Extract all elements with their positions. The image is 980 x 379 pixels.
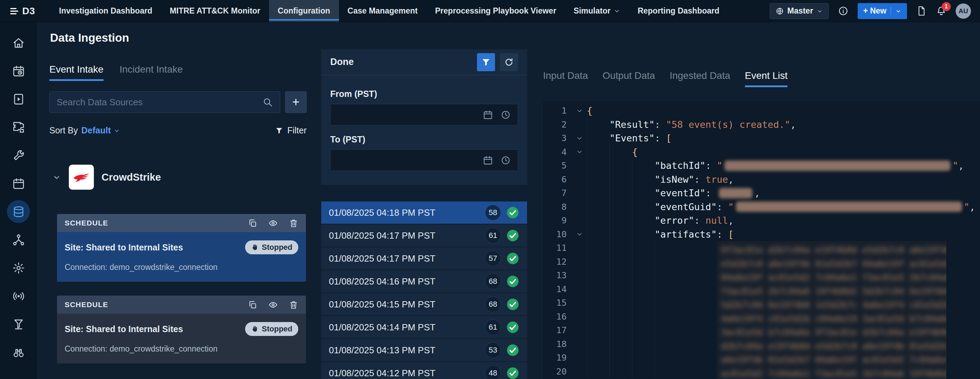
- sidebar-item-tools[interactable]: [7, 144, 30, 167]
- tab-output-data[interactable]: Output Data: [603, 70, 655, 87]
- indent-guide: [632, 282, 655, 297]
- tab-event-list[interactable]: Event List: [745, 70, 788, 87]
- indent-guide: [587, 310, 609, 324]
- calendar-icon[interactable]: [483, 110, 493, 120]
- fold-chevron-icon[interactable]: [572, 148, 587, 155]
- avatar-initials: AU: [958, 7, 968, 15]
- event-count-badge: 68: [485, 273, 501, 289]
- notification-icon[interactable]: 1: [936, 6, 947, 16]
- indent-guide: [587, 255, 609, 269]
- fold-chevron-icon[interactable]: [572, 135, 587, 142]
- indent-guide: [632, 200, 655, 214]
- nav-item-simulator[interactable]: Simulator: [565, 0, 629, 22]
- job-row[interactable]: 01/08/2025 04:18 PM PST 58: [321, 201, 527, 224]
- indent-guide: [609, 241, 632, 255]
- schedule-card[interactable]: SCHEDULE Site: Shared to Internal Sites …: [57, 214, 306, 282]
- sidebar-item-data-ingestion[interactable]: [7, 200, 30, 223]
- fold-chevron-icon[interactable]: [572, 107, 587, 114]
- sidebar-item-playbook[interactable]: [7, 87, 30, 111]
- info-icon[interactable]: [838, 6, 849, 16]
- add-data-source-button[interactable]: +: [285, 91, 307, 113]
- job-row[interactable]: 01/08/2025 04:17 PM PST 57: [321, 247, 527, 270]
- sort-by-value: Default: [81, 125, 111, 135]
- sidebar-item-home[interactable]: [7, 31, 30, 54]
- source-crowdstrike[interactable]: CrowdStrike: [52, 165, 321, 190]
- clock-icon[interactable]: [501, 155, 511, 165]
- copy-icon[interactable]: [248, 219, 257, 228]
- job-row[interactable]: 01/08/2025 04:12 PM PST 48: [321, 362, 527, 379]
- job-row[interactable]: 01/08/2025 04:15 PM PST 68: [321, 293, 527, 316]
- eye-icon[interactable]: [268, 300, 278, 309]
- job-timestamp: 01/08/2025 04:17 PM PST: [329, 253, 435, 264]
- sidebar-item-utilities[interactable]: [7, 312, 30, 336]
- tab-event-intake[interactable]: Event Intake: [49, 64, 103, 81]
- jobs-filter-button[interactable]: [477, 53, 495, 71]
- event-count-badge: 61: [485, 228, 501, 244]
- fold-chevron-icon[interactable]: [572, 231, 587, 238]
- master-selector[interactable]: Master: [770, 3, 829, 19]
- code-content: "error": null,: [587, 214, 980, 228]
- sidebar-item-calendar-clock[interactable]: [7, 59, 30, 82]
- nav-item-label: Case Management: [348, 6, 418, 16]
- code-content: "batchId": "",: [587, 159, 980, 173]
- job-row[interactable]: 01/08/2025 04:16 PM PST 68: [321, 270, 527, 292]
- search-icon[interactable]: [262, 97, 273, 107]
- sidebar-item-integrations[interactable]: [7, 116, 30, 139]
- sort-by-label: Sort By: [49, 125, 78, 135]
- code-line: 8 "eventGuid": "",: [543, 200, 980, 214]
- job-timestamp: 01/08/2025 04:13 PM PST: [329, 345, 435, 356]
- sidebar-item-broadcast[interactable]: [7, 284, 30, 308]
- success-check-icon: [506, 344, 519, 357]
- refresh-button[interactable]: [500, 53, 518, 71]
- avatar[interactable]: AU: [956, 3, 971, 19]
- sidebar-item-settings[interactable]: [7, 256, 30, 279]
- job-row[interactable]: 01/08/2025 04:17 PM PST 61: [321, 224, 527, 247]
- nav-item-investigation-dashboard[interactable]: Investigation Dashboard: [51, 0, 161, 22]
- job-row[interactable]: 01/08/2025 04:14 PM PST 61: [321, 316, 527, 338]
- event-count-badge: 53: [485, 342, 501, 358]
- document-icon[interactable]: [916, 6, 927, 16]
- indent-guide: [609, 145, 632, 159]
- schedule-card[interactable]: SCHEDULE Site: Shared to Internal Sites …: [57, 296, 306, 363]
- nav-item-mitre-att-ck-monitor[interactable]: MITRE ATT&CK Monitor: [161, 0, 269, 22]
- redacted-value: [724, 160, 950, 171]
- success-check-icon: [506, 206, 519, 219]
- trash-icon[interactable]: [289, 219, 298, 228]
- sidebar-item-investigate[interactable]: [7, 341, 30, 364]
- nav-item-label: Investigation Dashboard: [59, 6, 152, 16]
- filter-button[interactable]: Filter: [275, 125, 307, 135]
- tab-incident-intake[interactable]: Incident Intake: [119, 64, 183, 81]
- chevron-down-icon[interactable]: [52, 173, 61, 182]
- page-title: Data Ingestion: [50, 31, 980, 44]
- nav-item-case-management[interactable]: Case Management: [339, 0, 426, 22]
- indent-guide: [632, 214, 655, 228]
- clock-icon[interactable]: [501, 110, 511, 120]
- indent-guide: [587, 118, 609, 132]
- data-sources-panel: Event IntakeIncident Intake + Sort By De…: [49, 49, 321, 379]
- d3-logo[interactable]: D3: [9, 6, 35, 17]
- integrations-icon: [12, 121, 25, 134]
- sidebar-item-connections[interactable]: [7, 228, 30, 251]
- tab-ingested-data[interactable]: Ingested Data: [670, 70, 730, 87]
- copy-icon[interactable]: [248, 300, 257, 309]
- trash-icon[interactable]: [289, 300, 298, 309]
- sort-by-dropdown[interactable]: Default: [81, 125, 120, 135]
- to-date-input[interactable]: [330, 149, 518, 171]
- search-input[interactable]: [57, 97, 258, 108]
- code-content: "eventGuid": "",: [587, 200, 980, 214]
- nav-item-reporting-dashboard[interactable]: Reporting Dashboard: [629, 0, 728, 22]
- line-number: 6: [543, 174, 572, 184]
- line-number: 15: [543, 298, 572, 308]
- indent-guide: [609, 351, 632, 365]
- new-button[interactable]: + New: [858, 3, 907, 19]
- from-date-input[interactable]: [330, 104, 518, 125]
- nav-item-configuration[interactable]: Configuration: [269, 0, 339, 22]
- sidebar-item-calendar[interactable]: [7, 172, 30, 195]
- nav-item-preprocessing-playbook-viewer[interactable]: Preprocessing Playbook Viewer: [426, 0, 565, 22]
- tab-input-data[interactable]: Input Data: [543, 70, 588, 87]
- globe-icon: [776, 7, 784, 15]
- calendar-icon[interactable]: [483, 155, 493, 165]
- job-row[interactable]: 01/08/2025 04:13 PM PST 53: [321, 339, 527, 361]
- eye-icon[interactable]: [268, 219, 278, 228]
- indent-guide: [632, 228, 655, 241]
